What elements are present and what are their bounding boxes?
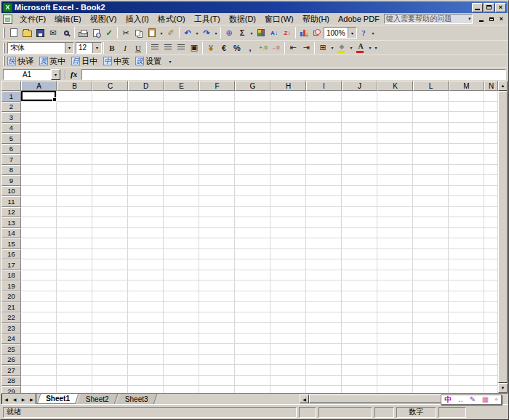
- cell-J25[interactable]: [342, 344, 377, 355]
- cell-J6[interactable]: [342, 144, 377, 155]
- cell-G10[interactable]: [235, 186, 270, 197]
- cell-G17[interactable]: [235, 259, 270, 270]
- cell-A29[interactable]: [21, 386, 57, 393]
- row-header-8[interactable]: 8: [1, 165, 21, 176]
- cell-F16[interactable]: [199, 249, 235, 260]
- cell-J27[interactable]: [342, 365, 377, 376]
- cell-K20[interactable]: [377, 291, 413, 302]
- cell-C16[interactable]: [92, 249, 128, 260]
- cell-H3[interactable]: [270, 112, 306, 123]
- cell-D18[interactable]: [128, 270, 164, 281]
- cell-B29[interactable]: [57, 386, 92, 393]
- cell-I8[interactable]: [306, 165, 342, 176]
- cell-D3[interactable]: [128, 112, 164, 123]
- toolbar-options-dropdown[interactable]: ▾: [370, 31, 376, 36]
- cell-I24[interactable]: [306, 334, 342, 344]
- cell-B3[interactable]: [57, 112, 92, 123]
- cell-J18[interactable]: [342, 270, 377, 281]
- cell-M19[interactable]: [449, 280, 484, 291]
- autosum-dropdown[interactable]: ▾: [249, 31, 254, 36]
- format-painter-button[interactable]: ✐: [164, 26, 177, 39]
- drawing-button[interactable]: [310, 26, 324, 39]
- cell-A13[interactable]: [21, 217, 57, 228]
- cell-C23[interactable]: [92, 323, 128, 334]
- cell-I27[interactable]: [306, 365, 342, 376]
- cell-J29[interactable]: [342, 386, 377, 393]
- cell-D2[interactable]: [128, 102, 164, 113]
- increase-decimal-button[interactable]: +.0: [257, 41, 270, 54]
- cell-C27[interactable]: [92, 365, 128, 376]
- cell-A15[interactable]: [21, 238, 57, 249]
- cell-D17[interactable]: [128, 259, 164, 270]
- cell-N15[interactable]: [484, 238, 498, 249]
- ime-mode-icon[interactable]: 中: [444, 396, 452, 403]
- cell-C22[interactable]: [92, 312, 128, 323]
- cell-E17[interactable]: [164, 259, 199, 270]
- cell-D9[interactable]: [128, 175, 164, 186]
- cell-J3[interactable]: [342, 112, 377, 123]
- cell-G4[interactable]: [235, 123, 270, 134]
- cell-L1[interactable]: [413, 91, 449, 102]
- align-right-button[interactable]: [175, 41, 188, 54]
- cell-K16[interactable]: [377, 249, 413, 260]
- kuaiyi-button[interactable]: 英 英中: [39, 56, 65, 67]
- cell-N21[interactable]: [484, 302, 498, 312]
- cell-M14[interactable]: [449, 228, 484, 239]
- cut-button[interactable]: ✂: [119, 26, 132, 39]
- cell-A21[interactable]: [21, 302, 57, 312]
- cell-E18[interactable]: [164, 270, 199, 281]
- cell-E22[interactable]: [164, 312, 199, 323]
- currency-style-button[interactable]: ¥: [204, 41, 217, 54]
- cell-A7[interactable]: [21, 154, 57, 165]
- workbook-restore-button[interactable]: [486, 15, 496, 23]
- percent-style-button[interactable]: %: [231, 41, 244, 54]
- cell-N26[interactable]: [484, 355, 498, 366]
- cell-C20[interactable]: [92, 291, 128, 302]
- decrease-indent-button[interactable]: ⇤: [286, 41, 300, 54]
- cell-J28[interactable]: [342, 376, 377, 387]
- cell-N6[interactable]: [484, 144, 498, 155]
- language-bar[interactable]: 中 ‥ ✎ ▦ ▫: [441, 395, 502, 405]
- cell-F20[interactable]: [199, 291, 235, 302]
- cell-B19[interactable]: [57, 280, 92, 291]
- chevron-down-icon[interactable]: ▾: [92, 43, 101, 53]
- cell-H8[interactable]: [270, 165, 306, 176]
- font-color-dropdown[interactable]: ▾: [367, 45, 373, 50]
- cell-F12[interactable]: [199, 207, 235, 218]
- ask-question-box[interactable]: 键入需要帮助的问题 ▾: [384, 14, 473, 24]
- cell-M24[interactable]: [449, 334, 484, 344]
- cell-H21[interactable]: [270, 302, 306, 312]
- cell-A6[interactable]: [21, 144, 57, 155]
- cell-M8[interactable]: [449, 165, 484, 176]
- cell-D28[interactable]: [128, 376, 164, 387]
- fill-color-dropdown[interactable]: ▾: [348, 45, 354, 50]
- cell-B20[interactable]: [57, 291, 92, 302]
- cell-H19[interactable]: [270, 280, 306, 291]
- menu-item[interactable]: Adobe PDF: [334, 14, 384, 24]
- cell-K3[interactable]: [377, 112, 413, 123]
- row-header-2[interactable]: 2: [1, 102, 21, 113]
- new-button[interactable]: [7, 26, 20, 39]
- cell-M27[interactable]: [449, 365, 484, 376]
- cell-G11[interactable]: [235, 196, 270, 207]
- cell-N19[interactable]: [484, 280, 498, 291]
- cell-C19[interactable]: [92, 280, 128, 291]
- mail-button[interactable]: ✉: [47, 26, 60, 39]
- vertical-scrollbar[interactable]: ▲ ▼: [498, 81, 508, 393]
- cell-B17[interactable]: [57, 259, 92, 270]
- sort-ascending-button[interactable]: A↓: [268, 26, 281, 39]
- cell-C9[interactable]: [92, 175, 128, 186]
- cell-N17[interactable]: [484, 259, 498, 270]
- cell-G25[interactable]: [235, 344, 270, 355]
- cell-G26[interactable]: [235, 355, 270, 366]
- cell-D22[interactable]: [128, 312, 164, 323]
- cell-E27[interactable]: [164, 365, 199, 376]
- cell-G15[interactable]: [235, 238, 270, 249]
- cell-A25[interactable]: [21, 344, 57, 355]
- kuaiyi-button[interactable]: 日 日中: [71, 56, 97, 67]
- cell-B9[interactable]: [57, 175, 92, 186]
- cell-C21[interactable]: [92, 302, 128, 312]
- cell-J10[interactable]: [342, 186, 377, 197]
- cell-L17[interactable]: [413, 259, 449, 270]
- cell-C26[interactable]: [92, 355, 128, 366]
